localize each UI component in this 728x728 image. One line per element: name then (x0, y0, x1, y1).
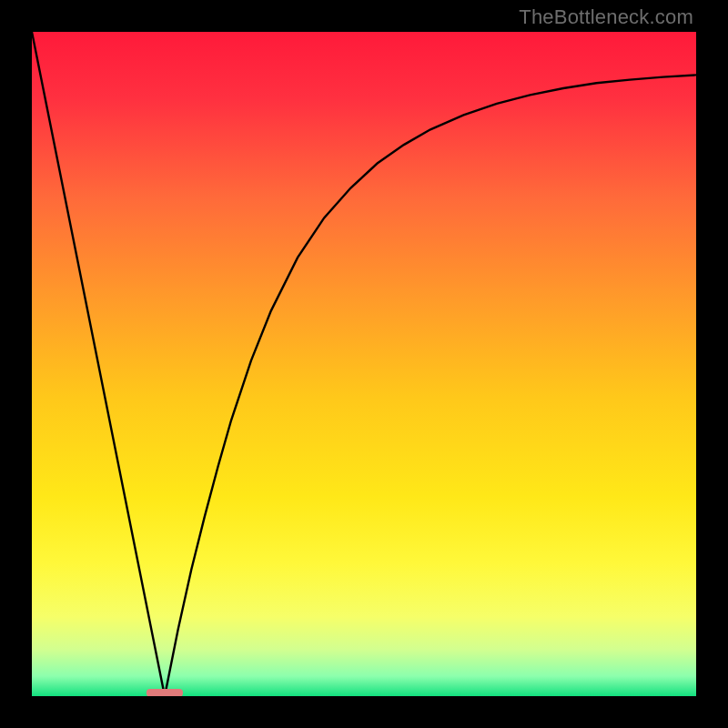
basin-marker (147, 689, 183, 696)
bottleneck-curve (32, 32, 696, 696)
chart-curve-layer (32, 32, 696, 696)
chart-frame: TheBottleneck.com (0, 0, 728, 728)
watermark-text: TheBottleneck.com (519, 5, 693, 29)
chart-plot-area (32, 32, 696, 696)
